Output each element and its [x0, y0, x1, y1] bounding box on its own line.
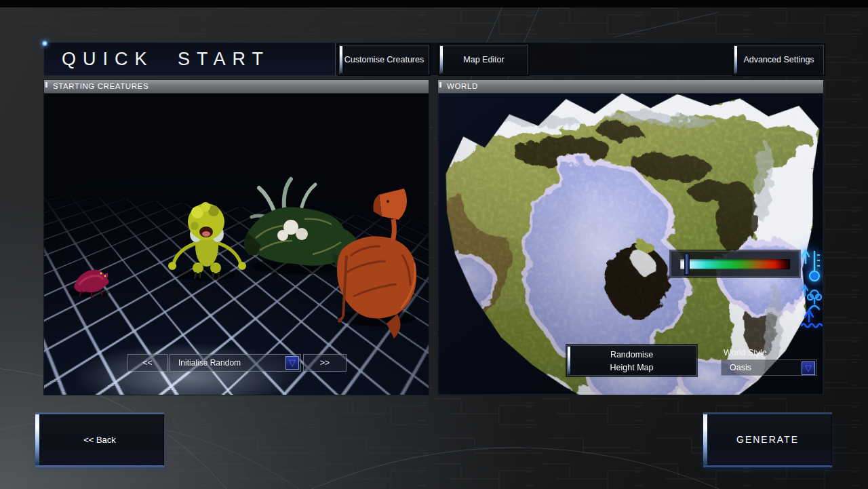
world-panel: WORLD	[437, 79, 824, 395]
temperature-slider-handle[interactable]	[684, 254, 690, 275]
creatures-render	[44, 93, 429, 395]
randomise-line1: Randomise	[568, 349, 696, 361]
temperature-slider	[671, 251, 800, 277]
world-style-dropdown-arrow-button[interactable]: ▽	[802, 361, 815, 375]
starting-creatures-panel: STARTING CREATURES	[43, 79, 429, 395]
world-stage: WORLD	[438, 80, 823, 395]
next-creature-button[interactable]: >>	[303, 354, 347, 372]
top-black-bar	[0, 0, 868, 7]
quick-start-screen: QUICK START Customise Creatures Map Edit…	[0, 0, 868, 489]
world-style-label: World Style	[724, 348, 767, 357]
randomise-line2: Height Map	[568, 361, 696, 374]
back-button-label: << Back	[83, 435, 116, 445]
quick-start-title-box: QUICK START	[44, 43, 336, 75]
previous-creature-label: <<	[142, 358, 152, 368]
sea-level-icon[interactable]	[800, 307, 823, 328]
tab-map-editor[interactable]: Map Editor	[439, 45, 528, 75]
creature-yellow	[168, 202, 246, 279]
creature-init-dropdown-arrow-button[interactable]: ▽	[285, 356, 299, 370]
randomise-height-map-button[interactable]: Randomise Height Map	[567, 345, 696, 376]
temperature-icon[interactable]	[800, 247, 823, 286]
tab-label: Customise Creatures	[344, 55, 424, 64]
title-band: QUICK START Customise Creatures Map Edit…	[43, 42, 824, 76]
tab-label: Map Editor	[463, 55, 504, 64]
temperature-slider-track[interactable]	[680, 259, 790, 269]
page-title: QUICK START	[62, 43, 270, 75]
creature-init-dropdown[interactable]: Initialise Random ▽	[170, 354, 301, 372]
tab-label: Advanced Settings	[743, 55, 814, 64]
creature-init-value: Initialise Random	[178, 358, 241, 368]
creature-preview-stage: << Initialise Random ▽ >>	[44, 93, 429, 395]
generate-button[interactable]: GENERATE	[703, 414, 832, 465]
next-creature-label: >>	[320, 358, 330, 368]
generate-button-label: GENERATE	[736, 434, 799, 445]
dropdown-arrow-icon: ▽	[289, 357, 296, 368]
tab-customise-creatures[interactable]: Customise Creatures	[339, 45, 429, 75]
tab-advanced-settings[interactable]: Advanced Settings	[734, 45, 824, 75]
previous-creature-button[interactable]: <<	[127, 354, 167, 372]
dropdown-arrow-icon: ▽	[805, 363, 812, 373]
world-header: WORLD	[438, 80, 823, 94]
back-button[interactable]: << Back	[35, 414, 164, 465]
starting-creatures-header: STARTING CREATURES	[44, 80, 429, 94]
world-style-dropdown[interactable]: Oasis ▽	[721, 359, 817, 376]
world-style-value: Oasis	[730, 363, 751, 372]
